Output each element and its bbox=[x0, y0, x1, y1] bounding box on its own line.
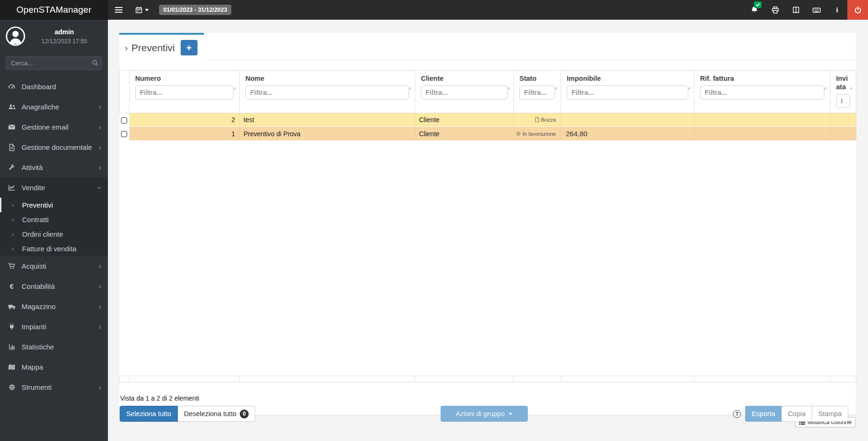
cell-imponibile: 264,80 bbox=[561, 127, 694, 140]
chevron-left-icon: ‹ bbox=[99, 384, 101, 391]
sidebar-item-gestione-email[interactable]: Gestione email ‹ bbox=[0, 117, 108, 137]
filter-input-rif-fattura[interactable] bbox=[700, 85, 824, 100]
column-header-stato[interactable]: Stato ▲ bbox=[514, 71, 561, 113]
keyboard-icon bbox=[812, 6, 821, 15]
shortcuts-button[interactable] bbox=[806, 0, 827, 20]
print-button[interactable] bbox=[765, 0, 785, 20]
period-dropdown[interactable] bbox=[135, 6, 149, 14]
notifications-button[interactable] bbox=[744, 0, 765, 20]
sort-asc-icon: ▲ bbox=[507, 85, 511, 90]
sidebar-item-mappa[interactable]: Mappa bbox=[0, 357, 108, 377]
row-checkbox[interactable] bbox=[121, 117, 127, 124]
sidebar-subitem-fatture-di-vendita[interactable]: › Fatture di vendita bbox=[0, 241, 108, 256]
sidebar-subitem-ordini-cliente[interactable]: › Ordini cliente bbox=[0, 227, 108, 241]
chevron-left-icon: ‹ bbox=[99, 323, 101, 331]
chevron-left-icon: ‹ bbox=[99, 303, 101, 310]
cell-rif-fattura bbox=[694, 127, 830, 140]
search-input[interactable] bbox=[6, 56, 102, 70]
sidebar: admin 12/12/2023 17:55 Dashboard Anagraf… bbox=[0, 20, 108, 441]
cell-numero: 2 bbox=[129, 113, 240, 127]
table-row[interactable]: 1 Preventivo di Prova Cliente In lavoraz… bbox=[120, 127, 856, 140]
chevron-down-icon bbox=[509, 413, 512, 415]
chevron-left-icon: ‹ bbox=[99, 124, 101, 131]
sidebar-item-impianti[interactable]: Impianti ‹ bbox=[0, 317, 108, 337]
sidebar-item-label: Acquisti bbox=[22, 262, 46, 270]
gear-icon bbox=[7, 384, 17, 391]
sidebar-subitem-preventivi[interactable]: › Preventivi bbox=[0, 198, 108, 212]
copy-button[interactable]: Copia bbox=[782, 406, 812, 422]
deselect-all-button[interactable]: Deseleziona tutto 0 bbox=[178, 406, 255, 422]
sidebar-section-vendite: Vendite › › Preventivi › Contratti › Ord… bbox=[0, 178, 108, 256]
export-button[interactable]: Esporta bbox=[745, 406, 782, 422]
sidebar-item-label: Dashboard bbox=[22, 83, 56, 91]
sidebar-item-label: Gestione email bbox=[22, 123, 69, 131]
sidebar-subitem-label: Ordini cliente bbox=[22, 230, 63, 238]
sidebar-item-acquisti[interactable]: Acquisti ‹ bbox=[0, 256, 108, 276]
chart-line-icon bbox=[7, 184, 17, 191]
tab-preventivi[interactable]: › Preventivi + bbox=[119, 33, 204, 61]
filter-input-imponibile[interactable] bbox=[567, 85, 688, 100]
users-icon bbox=[7, 103, 17, 111]
filter-input-inviata[interactable] bbox=[836, 94, 850, 108]
filter-input-stato[interactable] bbox=[519, 85, 555, 100]
sidebar-item-vendite[interactable]: Vendite › bbox=[0, 178, 108, 198]
date-range-badge[interactable]: 01/01/2023 - 31/12/2023 bbox=[159, 5, 231, 15]
document-icon bbox=[7, 144, 17, 151]
logout-button[interactable] bbox=[847, 0, 868, 20]
sidebar-subitem-label: Preventivi bbox=[22, 201, 53, 209]
select-column-header bbox=[120, 71, 129, 113]
sidebar-item-dashboard[interactable]: Dashboard bbox=[0, 77, 108, 97]
table-row[interactable]: 2 test Cliente Bozza bbox=[120, 113, 856, 127]
column-header-numero[interactable]: Numero ▲ bbox=[129, 71, 240, 113]
check-icon bbox=[756, 3, 760, 7]
column-header-inviata[interactable]: Inviata ▲ bbox=[830, 71, 856, 113]
sort-asc-icon: ▲ bbox=[233, 85, 237, 90]
tabs-row: › Preventivi + bbox=[119, 33, 856, 60]
printer-icon bbox=[771, 6, 779, 14]
sidebar-subitem-contratti[interactable]: › Contratti bbox=[0, 212, 108, 227]
column-header-rif-fattura[interactable]: Rif. fattura ▲ bbox=[694, 71, 830, 113]
sort-asc-icon: ▲ bbox=[687, 85, 692, 90]
hamburger-icon bbox=[115, 6, 122, 14]
sidebar-item-magazzino[interactable]: Magazzino ‹ bbox=[0, 296, 108, 317]
print-table-button[interactable]: Stampa bbox=[812, 406, 848, 422]
sidebar-item-attivita[interactable]: Attività ‹ bbox=[0, 157, 108, 178]
select-all-button[interactable]: Seleziona tutto bbox=[120, 406, 178, 422]
sidebar-item-label: Anagrafiche bbox=[22, 103, 59, 111]
chevron-right-icon: › bbox=[12, 231, 22, 238]
column-header-cliente[interactable]: Cliente ▲ bbox=[415, 71, 514, 113]
add-preventivo-button[interactable]: + bbox=[181, 40, 198, 55]
filter-input-nome[interactable] bbox=[245, 85, 409, 100]
calendar-icon bbox=[135, 6, 143, 14]
plug-icon bbox=[7, 323, 17, 330]
row-checkbox[interactable] bbox=[121, 131, 127, 137]
main-content: › Preventivi + N bbox=[108, 20, 868, 441]
chevron-right-icon: › bbox=[125, 43, 128, 53]
cell-imponibile bbox=[561, 113, 694, 127]
info-icon: i bbox=[836, 6, 838, 14]
docs-button[interactable] bbox=[785, 0, 806, 20]
sidebar-item-statistiche[interactable]: Statistiche bbox=[0, 337, 108, 357]
selected-count-badge: 0 bbox=[240, 410, 249, 418]
group-actions-button[interactable]: Azioni di gruppo bbox=[441, 406, 528, 422]
info-button[interactable]: i bbox=[827, 0, 847, 20]
filter-input-cliente[interactable] bbox=[421, 85, 508, 100]
map-icon bbox=[7, 364, 17, 371]
sidebar-item-gestione-documentale[interactable]: Gestione documentale ‹ bbox=[0, 137, 108, 157]
filter-input-numero[interactable] bbox=[135, 85, 234, 100]
chevron-left-icon: ‹ bbox=[99, 103, 101, 111]
table-footer: Vista da 1 a 2 di 2 elementi Seleziona t… bbox=[119, 382, 856, 422]
user-datetime: 12/12/2023 17:55 bbox=[25, 38, 103, 45]
sidebar-search bbox=[6, 56, 102, 70]
sidebar-toggle-button[interactable] bbox=[108, 0, 129, 20]
column-header-imponibile[interactable]: Imponibile ▲ bbox=[561, 71, 694, 113]
help-icon[interactable]: ? bbox=[733, 410, 741, 418]
sidebar-item-strumenti[interactable]: Strumenti ‹ bbox=[0, 377, 108, 397]
chevron-left-icon: ‹ bbox=[99, 164, 101, 171]
sidebar-item-anagrafiche[interactable]: Anagrafiche ‹ bbox=[0, 97, 108, 117]
chevron-left-icon: ‹ bbox=[99, 144, 101, 151]
sort-asc-icon: ▲ bbox=[823, 85, 828, 90]
records-table: Numero ▲ Nome ▲ Cliente ▲ bbox=[119, 70, 856, 382]
sidebar-item-contabilita[interactable]: € Contabilità ‹ bbox=[0, 276, 108, 296]
column-header-nome[interactable]: Nome ▲ bbox=[240, 71, 415, 113]
